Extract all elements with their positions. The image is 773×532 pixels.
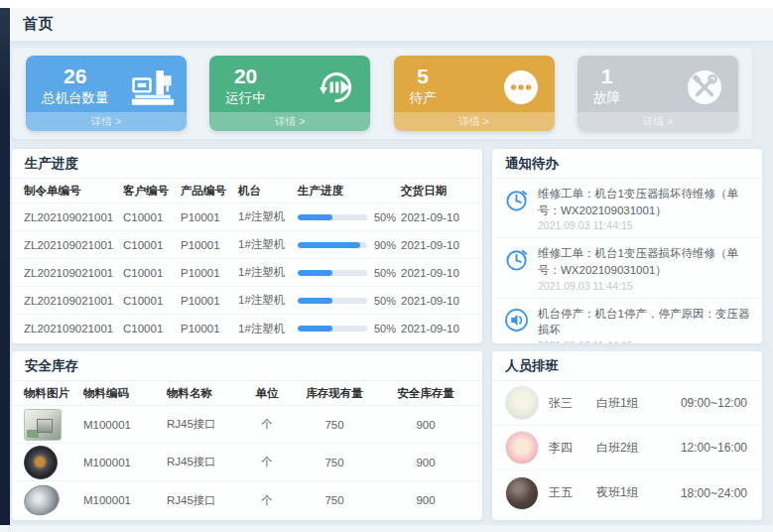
fault-detail-link[interactable]: 详情 > (578, 112, 738, 131)
progress-percent: 90% (374, 239, 396, 251)
production-table-row: ZL202109021001 C10001 P10001 1#注塑机 50% 2… (12, 203, 482, 231)
tab-home[interactable]: 首页 (23, 15, 54, 34)
notices-panel: 通知待办 维修工单：机台1变压器损坏待维修（单号：WX202109031001）… (492, 149, 762, 343)
notice-item[interactable]: 维修工单：机台1变压器损坏待维修（单号：WX202109031001） 2021… (492, 179, 762, 238)
notice-time: 2021.09.03 11:44:15 (538, 339, 750, 343)
material-name: RJ45接口 (167, 455, 246, 469)
machine-name: 1#注塑机 (238, 209, 298, 224)
production-progress-title: 生产进度 (12, 149, 482, 179)
production-table-header: 制令单编号 客户编号 产品编号 机台 生产进度 交货日期 (12, 179, 482, 203)
personnel-schedule-panel: 人员排班 张三 白班1组 09:00~12:00 李四 白班2组 12:00~1… (492, 351, 762, 520)
progress-cell: 50% (298, 323, 401, 334)
stat-card-total-machines[interactable]: 26 总机台数量 详情 > (26, 56, 187, 131)
inventory-table-row: M100001 RJ45接口 个 750 900 (12, 406, 482, 444)
schedule-row: 李四 白班2组 12:00~16:00 (492, 426, 762, 470)
total-machines-detail-link[interactable]: 详情 > (26, 112, 187, 131)
progress-percent: 50% (374, 211, 396, 223)
stat-card-fault[interactable]: 1 故障 详情 > (578, 56, 738, 131)
customer-no: C10001 (123, 211, 181, 223)
personnel-schedule-title: 人员排班 (492, 351, 762, 381)
production-table-row: ZL202109021001 C10001 P10001 1#注塑机 50% 2… (12, 259, 482, 287)
stat-card-running[interactable]: 20 运行中 详情 > (209, 56, 370, 131)
product-no: P10001 (181, 323, 238, 334)
customer-no: C10001 (123, 295, 181, 307)
product-no: P10001 (181, 267, 238, 279)
progress-bar (298, 270, 367, 276)
notice-item[interactable]: 机台停产：机台1停产，停产原因：变压器损坏 2021.09.03 11:44:1… (492, 299, 762, 343)
total-machines-value: 26 (64, 65, 86, 88)
waiting-value: 5 (417, 65, 429, 88)
production-table-row: ZL202109021001 C10001 P10001 1#注塑机 90% 2… (12, 231, 482, 259)
dashboard-screen: 首页 26 总机台数量 详情 > 20 运行中 (0, 0, 773, 532)
safety-inventory-panel: 安全库存 物料图片 物料编码 物料名称 单位 库存现有量 安全库存量 M1000… (12, 351, 482, 520)
order-no: ZL202109021001 (24, 239, 123, 251)
customer-no: C10001 (123, 323, 181, 334)
progress-cell: 50% (298, 295, 401, 307)
person-name: 李四 (549, 440, 596, 457)
order-no: ZL202109021001 (24, 267, 123, 279)
running-label: 运行中 (225, 89, 266, 107)
person-name: 王五 (549, 484, 596, 501)
unit: 个 (246, 417, 288, 432)
avatar (505, 386, 539, 420)
running-detail-link[interactable]: 详情 > (209, 112, 370, 131)
ellipsis-icon (499, 66, 543, 109)
product-no: P10001 (181, 295, 238, 307)
speaker-driver-photo (20, 480, 64, 520)
safety-qty: 900 (381, 457, 470, 468)
col-header-unit: 单位 (246, 386, 288, 401)
product-no: P10001 (181, 239, 238, 251)
col-header-material-code: 物料编码 (83, 386, 167, 401)
production-table-row: ZL202109021001 C10001 P10001 1#注塑机 50% 2… (12, 287, 482, 315)
machine-icon (131, 66, 175, 109)
collapsed-sidebar-strip[interactable] (0, 8, 10, 525)
col-header-progress: 生产进度 (298, 184, 401, 199)
progress-bar (298, 214, 367, 220)
bottom-strip (0, 525, 773, 532)
progress-bar (298, 242, 367, 248)
notice-item[interactable]: 维修工单：机台1变压器损坏待维修（单号：WX202109031001） 2021… (492, 238, 762, 298)
progress-percent: 50% (374, 267, 396, 279)
stat-card-waiting[interactable]: 5 待产 详情 > (394, 56, 555, 131)
col-header-material-name: 物料名称 (167, 386, 246, 401)
material-code: M100001 (83, 494, 167, 506)
col-header-customer: 客户编号 (123, 184, 181, 199)
due-date: 2021-09-10 (401, 211, 470, 223)
machine-name: 1#注塑机 (238, 237, 298, 252)
order-no: ZL202109021001 (24, 211, 123, 223)
progress-cell: 90% (298, 239, 401, 251)
shift-time: 09:00~12:00 (678, 396, 749, 410)
schedule-row: 张三 白班1组 09:00~12:00 (492, 381, 762, 426)
col-header-stock-qty: 库存现有量 (288, 386, 381, 401)
shift-group: 夜班1组 (596, 484, 678, 501)
progress-percent: 50% (374, 295, 396, 307)
safety-inventory-title: 安全库存 (12, 351, 482, 381)
notice-time: 2021.09.03 11:44:15 (538, 219, 750, 231)
waiting-label: 待产 (410, 89, 437, 107)
top-strip (0, 0, 773, 8)
production-progress-panel: 生产进度 制令单编号 客户编号 产品编号 机台 生产进度 交货日期 ZL2021… (12, 149, 482, 343)
due-date: 2021-09-10 (401, 239, 470, 251)
running-icon (315, 66, 358, 109)
customer-no: C10001 (123, 267, 181, 279)
unit: 个 (246, 493, 288, 508)
material-code: M100001 (83, 457, 167, 468)
progress-bar (298, 326, 367, 332)
waiting-detail-link[interactable]: 详情 > (394, 112, 555, 131)
stock-qty: 750 (288, 457, 381, 468)
machine-name: 1#注塑机 (238, 322, 298, 336)
round-speaker-photo (24, 446, 58, 479)
speaker-icon (504, 308, 529, 332)
machine-name: 1#注塑机 (238, 265, 298, 280)
total-machines-label: 总机台数量 (42, 89, 109, 107)
notices-title: 通知待办 (492, 149, 762, 179)
stat-cards-panel: 26 总机台数量 详情 > 20 运行中 (12, 48, 752, 139)
clock-icon (504, 247, 529, 272)
inventory-table-row: M100001 RJ45接口 个 750 900 (12, 481, 482, 519)
shift-group: 白班1组 (596, 395, 678, 412)
shift-group: 白班2组 (596, 440, 678, 457)
notice-text: 维修工单：机台1变压器损坏待维修（单号：WX202109031001） (538, 245, 750, 278)
schedule-row: 王五 夜班1组 18:00~24:00 (492, 470, 762, 515)
due-date: 2021-09-10 (401, 323, 470, 334)
avatar (505, 476, 539, 510)
